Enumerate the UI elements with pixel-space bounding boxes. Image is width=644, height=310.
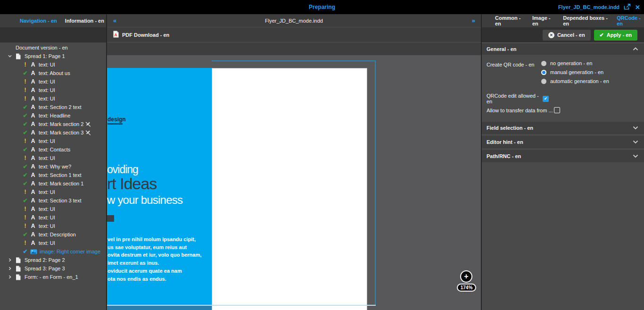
tree-item-label: text: UI — [39, 155, 55, 161]
tree-row-text-ui[interactable]: !Atext: UI — [0, 137, 106, 145]
check-icon: ✔ — [22, 146, 28, 153]
tree-row-text-ui[interactable]: !Atext: UI — [0, 205, 106, 213]
flyer-blue-panel[interactable]: design oviding rt Ideas w your business … — [107, 68, 212, 306]
tree-row-text-ui[interactable]: !Atext: UI — [0, 213, 106, 222]
tree-row-text-ui[interactable]: !Atext: UI — [0, 239, 106, 247]
tree-row-text-description[interactable]: ✔Atext: Description — [0, 230, 106, 239]
warning-icon: ! — [22, 87, 28, 93]
right-tab-common-en[interactable]: Common - en — [495, 15, 524, 26]
chevron-right-icon[interactable] — [7, 266, 13, 271]
right-tab-image-en[interactable]: Image - en — [532, 15, 554, 26]
tree-row-text-headline[interactable]: ✔Atext: Headline — [0, 111, 106, 120]
tree-row-text-ui[interactable]: !Atext: UI — [0, 222, 106, 230]
left-tab-navigation-en[interactable]: Navigation - en — [20, 18, 57, 24]
tree-row-text-why-we[interactable]: ✔Atext: Why we? — [0, 162, 106, 171]
chevron-down-icon — [633, 125, 638, 131]
apply-label: Apply - en — [607, 32, 632, 38]
document-canvas[interactable]: design oviding rt Ideas w your business … — [107, 42, 481, 310]
checkbox-row-allow-to-transfer-data-from[interactable]: Allow to transfer data from ... — [487, 107, 560, 113]
pdf-download-button[interactable]: PDF Download - en — [122, 32, 169, 38]
tree-row-text-mark-section-2[interactable]: ✔Atext: Mark section 2 — [0, 120, 106, 128]
selection-outline-top — [212, 60, 376, 61]
left-toolbar-strip — [0, 27, 106, 42]
tree-row-text-ui[interactable]: !Atext: UI — [0, 86, 106, 94]
tree-item-label: text: UI — [39, 87, 55, 93]
right-tab-depended-boxes-en[interactable]: Depended boxes - en — [563, 15, 608, 26]
radio-automatic-generation-en[interactable]: automatic generation - en — [541, 78, 609, 84]
zoom-in-button[interactable]: + — [460, 270, 472, 283]
left-tab-information-en[interactable]: Information - en — [65, 18, 104, 24]
tree-row-text-contacts[interactable]: ✔Atext: Contacts — [0, 145, 106, 154]
page-area[interactable] — [212, 68, 367, 310]
flyer-pasteboard-strip — [107, 306, 212, 310]
flyer-headline-3: w your business — [107, 193, 182, 207]
topbar-right-group: Flyer_JD_BC_mode.indd ✕ — [558, 0, 640, 14]
cancel-button[interactable]: ✕ Cancel - en — [543, 30, 591, 41]
right-tab-qrcode-en[interactable]: QRCode - en — [617, 15, 644, 26]
tree-row-spread-3-page-3[interactable]: Spread 3: Page 3 — [0, 264, 106, 273]
chevron-down-icon[interactable] — [7, 54, 13, 59]
tree-row-text-about-us[interactable]: ✔Atext: About us — [0, 69, 106, 77]
cancel-label: Cancel - en — [557, 32, 585, 38]
tree-row-text-mark-section-1[interactable]: ✔Atext: Mark section 1 — [0, 179, 106, 188]
selection-outline-right — [375, 60, 376, 306]
image-icon — [30, 249, 37, 254]
tree-item-label: image: Right corner image — [40, 249, 100, 254]
checkbox-row-qrcode-edit-allowed-en[interactable]: QRCode edit allowed - en ✔ — [487, 93, 549, 104]
tree-row-image-right-corner-image[interactable]: ✔image: Right corner image — [0, 247, 106, 256]
tree-row-text-section-1-text[interactable]: ✔Atext: Section 1 text — [0, 171, 106, 179]
tree-row-document-version-en[interactable]: Document version - en — [0, 43, 106, 52]
radio-icon[interactable] — [541, 79, 546, 84]
section-title: Path/RNC - en — [487, 153, 521, 159]
tree-row-text-ui[interactable]: !Atext: UI — [0, 60, 106, 69]
section-field-selection-en[interactable]: Field selection - en — [482, 122, 644, 134]
apply-button[interactable]: ✔ Apply - en — [594, 30, 637, 41]
close-icon[interactable]: ✕ — [635, 4, 640, 10]
text-frame-icon: A — [30, 70, 36, 76]
radio-no-generation-en[interactable]: no generation - en — [541, 60, 592, 67]
left-tab-bar: Navigation - enInformation - en — [0, 14, 106, 27]
flyer-bullet-square — [107, 215, 114, 222]
tree-row-text-section-2-text[interactable]: ✔Atext: Section 2 text — [0, 103, 106, 111]
radio-icon[interactable] — [541, 70, 546, 75]
tree-row-text-ui[interactable]: !Atext: UI — [0, 154, 106, 162]
tree-item-label: text: UI — [39, 189, 55, 195]
tree-row-text-ui[interactable]: !Atext: UI — [0, 188, 106, 196]
tree-row-text-ui[interactable]: !Atext: UI — [0, 77, 106, 86]
collapse-right-panel-icon[interactable]: » — [472, 17, 475, 24]
tree-row-spread-1-page-1[interactable]: Spread 1: Page 1 — [0, 52, 106, 60]
text-frame-icon: A — [30, 87, 36, 93]
section-editor-hint-en[interactable]: Editor hint - en — [482, 136, 644, 148]
tree-row-text-mark-section-3[interactable]: ✔Atext: Mark section 3 — [0, 128, 106, 137]
text-frame-icon: A — [30, 121, 36, 127]
check-icon: ✔ — [22, 172, 28, 178]
tree-item-label: Form: - en Form - en_1 — [25, 274, 78, 280]
tree-item-label: text: Mark section 1 — [39, 181, 83, 186]
tree-row-text-ui[interactable]: !Atext: UI — [0, 94, 106, 103]
tree-item-label: text: UI — [39, 206, 55, 212]
warning-icon: ! — [22, 61, 28, 68]
checkbox-icon[interactable] — [554, 107, 560, 113]
checkbox-icon[interactable]: ✔ — [543, 96, 549, 102]
warning-icon: ! — [22, 95, 28, 102]
tree-row-form-en-form-en-1[interactable]: Form: - en Form - en_1 — [0, 273, 106, 281]
chevron-right-icon[interactable] — [7, 258, 13, 262]
chevron-right-icon[interactable] — [7, 275, 13, 279]
page-icon — [16, 274, 23, 280]
tree-row-spread-2-page-2[interactable]: Spread 2: Page 2 — [0, 256, 106, 264]
tree-row-text-section-3-text[interactable]: ✔Atext: Section 3 text — [0, 196, 106, 205]
radio-icon[interactable] — [541, 61, 546, 66]
check-icon: ✔ — [22, 129, 28, 136]
flyer-headline-2: rt Ideas — [107, 175, 157, 193]
warning-icon: ! — [22, 189, 28, 195]
properties-panel: Common - enImage - enDepended boxes - en… — [482, 14, 644, 310]
section-path-rnc-en[interactable]: Path/RNC - en — [482, 150, 644, 162]
create-qr-code-label: Create QR code - en — [487, 62, 535, 67]
radio-manual-generation-en[interactable]: manual generation - en — [541, 69, 603, 75]
section-general[interactable]: General - en — [482, 43, 644, 55]
text-frame-icon: A — [30, 163, 36, 170]
tree-item-label: text: UI — [39, 79, 55, 84]
tree-item-label: text: Contacts — [39, 147, 70, 152]
export-icon[interactable] — [624, 4, 631, 11]
selection-outline-bottom — [107, 305, 376, 306]
